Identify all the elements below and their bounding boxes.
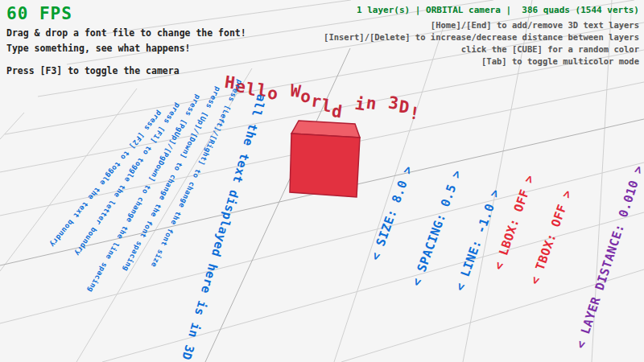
- tip-drag-drop-font: Drag & drop a font file to change the fo…: [6, 27, 246, 39]
- grid-canvas: [0, 0, 644, 362]
- scene-viewport[interactable]: Hello World in 3D! all the text displaye…: [0, 0, 644, 362]
- tip-type-something: Type something, see what happens!: [6, 43, 190, 54]
- cube[interactable]: [290, 121, 360, 197]
- status-bar: 1 layer(s) | ORBITAL camera | 386 quads …: [357, 5, 639, 15]
- tip-multicolor-mode: [Tab] to toggle multicolor mode: [481, 56, 639, 66]
- tip-toggle-camera: Press [F3] to toggle the camera: [6, 65, 180, 76]
- tip-add-remove-layers: [Home]/[End] to add/remove 3D text layer…: [431, 20, 639, 30]
- tip-cube-random-color: click the [CUBE] for a random color: [461, 44, 639, 54]
- fps-counter: 60 FPS: [6, 4, 72, 23]
- cube-front-face: [290, 134, 360, 197]
- tip-layer-distance: [Insert]/[Delete] to increase/decrease d…: [324, 32, 639, 42]
